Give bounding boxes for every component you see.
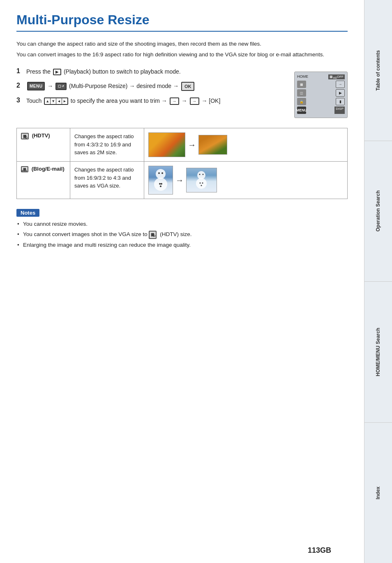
blog-images-cell: → [144,162,348,199]
blog-after-image [186,168,217,192]
note-hdtv-icon: ▩HD [149,231,157,239]
step-2: 2 MENU → ▢↺ (Multi-Purpose Resize) → des… [16,82,286,91]
svg-point-9 [199,174,201,175]
sidebar-label-table-of-contents: Table of contents [375,50,382,90]
cam-icon-skip: ▮ [336,98,345,105]
hdtv-before-image [148,132,185,157]
blog-name-cell: ▩WEB (Blog/E-mail) [17,162,70,199]
step-number-1: 1 [16,67,26,75]
step-3: 3 Touch ▲ ▼ ◄ ► to specify the area you … [16,97,286,105]
step-1: 1 Press the ▶ (Playback) button to switc… [16,67,286,76]
svg-point-2 [158,172,160,174]
hdtv-name-cell: ▩HD (HDTV) [17,128,70,162]
blog-images-row: → [148,166,343,195]
intro-paragraph-1: You can change the aspect ratio and size… [16,40,348,48]
right-arrow: ► [62,98,67,104]
step-text-1: Press the ▶ (Playback) button to switch … [26,67,181,76]
hdtv-mode-icon: ▩HD [21,133,29,139]
notes-badge: Notes [16,209,39,217]
playback-button-icon: ▶ [53,69,61,75]
blog-before-image [148,166,173,195]
intro-paragraph-2: You can convert images to the 16:9 aspec… [16,51,348,59]
steps-list: 1 Press the ▶ (Playback) button to switc… [16,67,286,118]
sidebar-label-home-menu-search: HOME/MENU Search [375,328,382,376]
svg-point-6 [160,185,161,187]
left-arrow: ◄ [56,98,62,104]
note-item-1: You cannot resize movies. [16,220,348,228]
hdtv-description: Changes the aspect ratio from 4:3/3:2 to… [74,133,134,155]
cam-icon-resize: ◫ [297,89,306,97]
blog-desc-cell: Changes the aspect ratio from 16:9/3:2 t… [70,162,144,199]
cam-icon-arrow-right: → [336,81,345,88]
cam-icon-menu: MENU [297,107,306,114]
menu-icon: MENU [27,82,45,90]
svg-point-4 [159,183,161,185]
hdtv-off-label: ▩HDOFF [328,74,345,80]
step-number-3: 3 [16,97,26,104]
svg-point-5 [161,183,162,185]
sidebar-item-operation-search[interactable]: Operation Search [364,141,392,282]
hdtv-after-image [198,135,227,155]
svg-point-11 [200,183,201,184]
step-text-3: Touch ▲ ▼ ◄ ► to specify the area you wa… [26,97,220,105]
multi-purpose-resize-icon: ▢↺ [55,83,67,90]
sidebar-item-home-menu-search[interactable]: HOME/MENU Search [364,282,392,423]
hdtv-desc-cell: Changes the aspect ratio from 4:3/3:2 to… [70,128,144,162]
cam-icon-grid: ▦ [297,81,306,88]
note-item-2: You cannot convert images shot in the VG… [16,230,348,239]
next-step-icon: → [170,97,179,105]
svg-point-0 [156,169,166,179]
svg-point-1 [154,178,167,191]
sidebar-label-operation-search: Operation Search [375,190,382,232]
svg-point-13 [201,185,202,186]
right-sidebar[interactable]: Table of contents Operation Search HOME/… [364,0,392,563]
sidebar-item-index[interactable]: Index [364,423,392,563]
hdtv-images-cell: → [144,128,348,162]
cam-icon-play: ▶ [336,89,345,97]
down-arrow: ▼ [51,98,56,104]
hdtv-row: ▩HD (HDTV) Changes the aspect ratio from… [17,128,348,162]
home-label: HOME [297,74,308,80]
note-item-3: Enlarging the image and multi resizing c… [16,241,348,249]
disp-label: DISP [334,107,345,114]
hdtv-images-row: → [148,132,343,157]
svg-point-8 [196,178,207,189]
svg-point-12 [202,183,203,184]
hdtv-arrow: → [188,140,196,150]
svg-point-3 [161,172,163,174]
confirm-icon: → [190,97,199,105]
step-number-2: 2 [16,82,26,89]
svg-point-10 [203,174,204,175]
camera-ui-panel: HOME ▩HDOFF ▦ → ◫ ▶ 🔒 ▮ MENU DISP [294,72,348,118]
blog-arrow: → [175,176,184,185]
page-number: 113GB [308,546,331,555]
cam-icon-protect: 🔒 [297,98,306,105]
nav-arrows-icon: ▲ ▼ ◄ ► [44,97,68,105]
sidebar-label-index: Index [375,487,382,499]
step-text-2: MENU → ▢↺ (Multi-Purpose Resize) → desir… [26,82,195,91]
blog-label: (Blog/E-mail) [32,166,65,172]
page-title: Multi-Purpose Resize [16,12,348,32]
mode-table: ▩HD (HDTV) Changes the aspect ratio from… [16,128,348,199]
notes-list: You cannot resize movies. You cannot con… [16,220,348,249]
blog-description: Changes the aspect ratio from 16:9/3:2 t… [74,167,134,189]
sidebar-item-table-of-contents[interactable]: Table of contents [364,0,392,141]
ok-icon: OK [181,82,195,91]
up-arrow: ▲ [45,98,51,104]
notes-section: Notes You cannot resize movies. You cann… [16,209,348,249]
hdtv-label: (HDTV) [32,132,50,139]
blog-row: ▩WEB (Blog/E-mail) Changes the aspect ra… [17,162,348,199]
blog-mode-icon: ▩WEB [21,166,28,172]
